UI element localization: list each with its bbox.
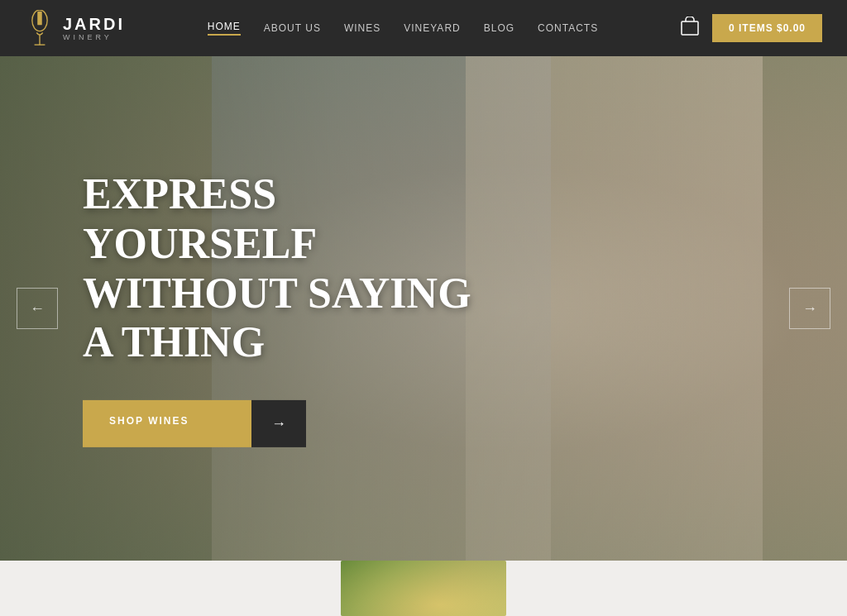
bottom-preview-section <box>0 561 847 616</box>
hero-section: ← → EXPRESS YOURSELF WITHOUT SAYING A TH… <box>0 56 847 561</box>
nav-wines[interactable]: WINES <box>344 22 380 34</box>
cart-button[interactable]: 0 ITEMS $0.00 <box>712 14 822 42</box>
logo-title: JARDI <box>63 15 125 33</box>
cart-icon[interactable] <box>681 17 699 41</box>
header: JARDI WINERY HOME ABOUT US WINES VINEYAR… <box>0 0 847 56</box>
logo-text: JARDI WINERY <box>63 15 125 41</box>
svg-rect-4 <box>682 21 698 35</box>
logo-subtitle: WINERY <box>63 33 125 41</box>
nav-home[interactable]: HOME <box>208 21 241 36</box>
shop-wines-button[interactable]: SHOP WINES → <box>83 400 306 447</box>
shop-btn-label[interactable]: SHOP WINES <box>83 400 251 447</box>
hero-next-button[interactable]: → <box>789 288 830 329</box>
hero-headline: EXPRESS YOURSELF WITHOUT SAYING A THING <box>83 170 496 367</box>
nav-vineyard[interactable]: VINEYARD <box>404 22 460 34</box>
svg-rect-0 <box>37 12 42 26</box>
hero-headline-line3: A THING <box>83 318 265 365</box>
nav-blog[interactable]: BLOG <box>484 22 514 34</box>
nav-contacts[interactable]: CONTACTS <box>538 22 598 34</box>
logo-icon <box>25 10 55 46</box>
header-right: 0 ITEMS $0.00 <box>681 14 822 42</box>
next-section-preview <box>341 561 506 616</box>
logo[interactable]: JARDI WINERY <box>25 10 125 46</box>
main-nav: HOME ABOUT US WINES VINEYARD BLOG CONTAC… <box>208 21 598 36</box>
nav-about[interactable]: ABOUT US <box>264 22 321 34</box>
shop-btn-arrow-icon[interactable]: → <box>251 400 306 447</box>
hero-headline-line2: WITHOUT SAYING <box>83 270 471 317</box>
hero-headline-line1: EXPRESS YOURSELF <box>83 170 317 267</box>
hero-content: EXPRESS YOURSELF WITHOUT SAYING A THING … <box>83 170 496 447</box>
hero-prev-button[interactable]: ← <box>17 288 58 329</box>
